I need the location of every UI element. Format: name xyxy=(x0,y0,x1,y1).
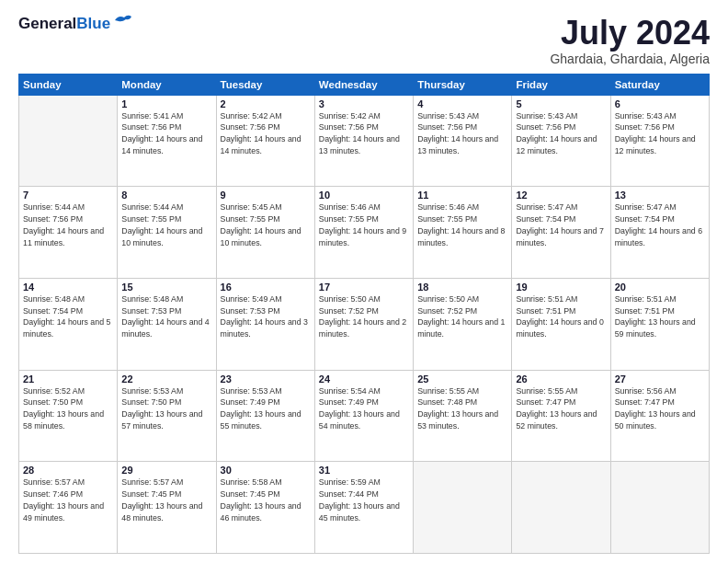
day-number: 11 xyxy=(417,190,507,201)
day-number: 7 xyxy=(23,190,113,201)
weekday-header-friday: Friday xyxy=(512,74,610,95)
day-number: 28 xyxy=(23,465,113,476)
calendar-cell xyxy=(414,462,512,554)
day-info: Sunrise: 5:57 AMSunset: 7:46 PMDaylight:… xyxy=(23,477,113,523)
calendar-cell: 29Sunrise: 5:57 AMSunset: 7:45 PMDayligh… xyxy=(118,462,216,554)
calendar-cell: 1Sunrise: 5:41 AMSunset: 7:56 PMDaylight… xyxy=(118,95,216,187)
day-number: 20 xyxy=(615,282,705,293)
logo-blue-text: Blue xyxy=(76,15,110,33)
day-number: 3 xyxy=(319,98,409,109)
day-number: 26 xyxy=(516,373,606,385)
day-info: Sunrise: 5:51 AMSunset: 7:51 PMDaylight:… xyxy=(615,293,705,340)
calendar-cell: 5Sunrise: 5:43 AMSunset: 7:56 PMDaylight… xyxy=(512,95,610,187)
day-number: 9 xyxy=(221,190,311,201)
calendar-week-1: 1Sunrise: 5:41 AMSunset: 7:56 PMDaylight… xyxy=(19,95,710,187)
logo-bird-icon xyxy=(113,13,133,28)
day-info: Sunrise: 5:56 AMSunset: 7:47 PMDaylight:… xyxy=(615,385,705,432)
weekday-header-saturday: Saturday xyxy=(610,74,709,95)
day-info: Sunrise: 5:42 AMSunset: 7:56 PMDaylight:… xyxy=(221,110,311,157)
day-info: Sunrise: 5:49 AMSunset: 7:53 PMDaylight:… xyxy=(221,293,311,340)
calendar-cell: 14Sunrise: 5:48 AMSunset: 7:54 PMDayligh… xyxy=(19,278,118,370)
day-info: Sunrise: 5:43 AMSunset: 7:56 PMDaylight:… xyxy=(417,110,507,157)
day-info: Sunrise: 5:44 AMSunset: 7:55 PMDaylight:… xyxy=(121,201,211,248)
day-number: 22 xyxy=(121,373,211,385)
title-block: July 2024 Ghardaia, Ghardaia, Algeria xyxy=(550,15,710,66)
calendar-cell: 17Sunrise: 5:50 AMSunset: 7:52 PMDayligh… xyxy=(314,278,413,370)
day-number: 8 xyxy=(121,190,211,201)
day-info: Sunrise: 5:43 AMSunset: 7:56 PMDaylight:… xyxy=(516,110,606,157)
day-number: 18 xyxy=(417,282,507,293)
day-info: Sunrise: 5:58 AMSunset: 7:45 PMDaylight:… xyxy=(221,477,311,523)
day-number: 29 xyxy=(121,465,211,476)
calendar-cell: 20Sunrise: 5:51 AMSunset: 7:51 PMDayligh… xyxy=(610,278,709,370)
calendar-cell: 6Sunrise: 5:43 AMSunset: 7:56 PMDaylight… xyxy=(610,95,709,187)
day-number: 13 xyxy=(615,190,705,201)
calendar-cell: 13Sunrise: 5:47 AMSunset: 7:54 PMDayligh… xyxy=(610,187,709,279)
weekday-header-monday: Monday xyxy=(118,74,216,95)
calendar-cell: 3Sunrise: 5:42 AMSunset: 7:56 PMDaylight… xyxy=(314,95,413,187)
calendar-cell: 28Sunrise: 5:57 AMSunset: 7:46 PMDayligh… xyxy=(19,462,118,554)
day-info: Sunrise: 5:43 AMSunset: 7:56 PMDaylight:… xyxy=(615,110,705,157)
day-info: Sunrise: 5:55 AMSunset: 7:47 PMDaylight:… xyxy=(516,385,606,432)
calendar-week-5: 28Sunrise: 5:57 AMSunset: 7:46 PMDayligh… xyxy=(19,462,710,554)
day-number: 31 xyxy=(319,465,409,476)
day-number: 10 xyxy=(319,190,409,201)
day-number: 19 xyxy=(516,282,606,293)
day-info: Sunrise: 5:50 AMSunset: 7:52 PMDaylight:… xyxy=(319,293,409,340)
calendar-table: SundayMondayTuesdayWednesdayThursdayFrid… xyxy=(18,74,710,554)
calendar-cell: 27Sunrise: 5:56 AMSunset: 7:47 PMDayligh… xyxy=(610,370,709,462)
day-number: 17 xyxy=(319,282,409,293)
month-title: July 2024 xyxy=(550,15,710,52)
calendar-cell: 11Sunrise: 5:46 AMSunset: 7:55 PMDayligh… xyxy=(414,187,512,279)
weekday-header-wednesday: Wednesday xyxy=(314,74,413,95)
day-info: Sunrise: 5:44 AMSunset: 7:56 PMDaylight:… xyxy=(23,201,113,248)
calendar-cell: 26Sunrise: 5:55 AMSunset: 7:47 PMDayligh… xyxy=(512,370,610,462)
calendar-cell: 23Sunrise: 5:53 AMSunset: 7:49 PMDayligh… xyxy=(216,370,314,462)
calendar-cell: 10Sunrise: 5:46 AMSunset: 7:55 PMDayligh… xyxy=(314,187,413,279)
weekday-header-tuesday: Tuesday xyxy=(216,74,314,95)
day-number: 25 xyxy=(417,373,507,385)
day-info: Sunrise: 5:57 AMSunset: 7:45 PMDaylight:… xyxy=(121,477,211,523)
logo: GeneralBlue xyxy=(18,15,133,33)
calendar-cell: 8Sunrise: 5:44 AMSunset: 7:55 PMDaylight… xyxy=(118,187,216,279)
calendar-cell: 9Sunrise: 5:45 AMSunset: 7:55 PMDaylight… xyxy=(216,187,314,279)
calendar-cell xyxy=(19,95,118,187)
day-number: 14 xyxy=(23,282,113,293)
day-info: Sunrise: 5:48 AMSunset: 7:53 PMDaylight:… xyxy=(121,293,211,340)
calendar-cell: 25Sunrise: 5:55 AMSunset: 7:48 PMDayligh… xyxy=(414,370,512,462)
calendar-cell: 2Sunrise: 5:42 AMSunset: 7:56 PMDaylight… xyxy=(216,95,314,187)
calendar-week-3: 14Sunrise: 5:48 AMSunset: 7:54 PMDayligh… xyxy=(19,278,710,370)
page: GeneralBlue July 2024 Ghardaia, Ghardaia… xyxy=(0,0,728,563)
header: GeneralBlue July 2024 Ghardaia, Ghardaia… xyxy=(18,15,710,66)
calendar-cell: 4Sunrise: 5:43 AMSunset: 7:56 PMDaylight… xyxy=(414,95,512,187)
weekday-header-sunday: Sunday xyxy=(19,74,118,95)
day-info: Sunrise: 5:50 AMSunset: 7:52 PMDaylight:… xyxy=(417,293,507,340)
logo-general-text: General xyxy=(18,15,76,33)
day-number: 1 xyxy=(121,98,211,109)
calendar-cell: 19Sunrise: 5:51 AMSunset: 7:51 PMDayligh… xyxy=(512,278,610,370)
day-number: 24 xyxy=(319,373,409,385)
calendar-cell: 7Sunrise: 5:44 AMSunset: 7:56 PMDaylight… xyxy=(19,187,118,279)
calendar-cell: 22Sunrise: 5:53 AMSunset: 7:50 PMDayligh… xyxy=(118,370,216,462)
day-number: 30 xyxy=(221,465,311,476)
calendar-cell xyxy=(512,462,610,554)
day-number: 23 xyxy=(221,373,311,385)
day-info: Sunrise: 5:51 AMSunset: 7:51 PMDaylight:… xyxy=(516,293,606,340)
day-number: 4 xyxy=(417,98,507,109)
calendar-cell: 21Sunrise: 5:52 AMSunset: 7:50 PMDayligh… xyxy=(19,370,118,462)
calendar-cell: 12Sunrise: 5:47 AMSunset: 7:54 PMDayligh… xyxy=(512,187,610,279)
day-info: Sunrise: 5:41 AMSunset: 7:56 PMDaylight:… xyxy=(121,110,211,157)
day-info: Sunrise: 5:59 AMSunset: 7:44 PMDaylight:… xyxy=(319,477,409,523)
calendar-cell: 15Sunrise: 5:48 AMSunset: 7:53 PMDayligh… xyxy=(118,278,216,370)
day-info: Sunrise: 5:46 AMSunset: 7:55 PMDaylight:… xyxy=(319,201,409,248)
calendar-cell: 31Sunrise: 5:59 AMSunset: 7:44 PMDayligh… xyxy=(314,462,413,554)
day-info: Sunrise: 5:45 AMSunset: 7:55 PMDaylight:… xyxy=(221,201,311,248)
calendar-week-4: 21Sunrise: 5:52 AMSunset: 7:50 PMDayligh… xyxy=(19,370,710,462)
day-number: 6 xyxy=(615,98,705,109)
day-number: 5 xyxy=(516,98,606,109)
day-number: 16 xyxy=(221,282,311,293)
day-info: Sunrise: 5:55 AMSunset: 7:48 PMDaylight:… xyxy=(417,385,507,432)
day-info: Sunrise: 5:53 AMSunset: 7:49 PMDaylight:… xyxy=(221,385,311,432)
weekday-header-row: SundayMondayTuesdayWednesdayThursdayFrid… xyxy=(19,74,710,95)
calendar-cell xyxy=(610,462,709,554)
